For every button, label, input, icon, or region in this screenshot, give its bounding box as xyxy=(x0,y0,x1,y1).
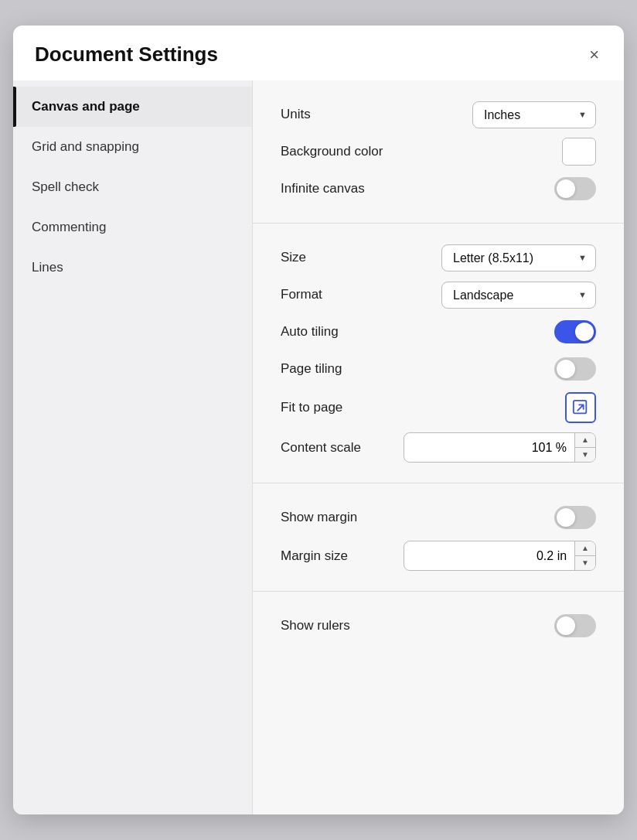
dialog-header: Document Settings × xyxy=(13,26,624,80)
auto-tiling-label: Auto tiling xyxy=(281,324,339,340)
content-scale-up[interactable]: ▲ xyxy=(575,433,595,448)
content-scale-input[interactable] xyxy=(404,435,574,461)
fit-to-page-label: Fit to page xyxy=(281,400,342,415)
content-scale-row: Content scale ▲ ▼ xyxy=(281,428,596,467)
page-tiling-row: Page tiling xyxy=(281,350,596,388)
fit-to-page-button[interactable] xyxy=(565,392,596,423)
svg-rect-0 xyxy=(574,401,587,414)
margin-size-up[interactable]: ▲ xyxy=(575,541,595,556)
margin-size-row: Margin size ▲ ▼ xyxy=(281,536,596,575)
document-settings-dialog: Document Settings × Canvas and page Grid… xyxy=(13,26,624,814)
close-button[interactable]: × xyxy=(586,43,602,67)
background-color-row: Background color xyxy=(281,133,596,170)
show-margin-label: Show margin xyxy=(281,510,357,525)
margin-size-buttons: ▲ ▼ xyxy=(574,541,595,570)
canvas-section: Units Inches Centimeters Pixels Points B… xyxy=(253,80,624,224)
format-label: Format xyxy=(281,287,322,302)
units-select-wrapper: Inches Centimeters Pixels Points xyxy=(472,101,596,128)
margin-size-input[interactable] xyxy=(404,543,574,569)
units-row: Units Inches Centimeters Pixels Points xyxy=(281,96,596,133)
auto-tiling-toggle[interactable] xyxy=(554,320,596,343)
size-row: Size Letter (8.5x11) A4 A3 Legal Custom xyxy=(281,239,596,276)
show-margin-toggle[interactable] xyxy=(554,506,596,529)
show-margin-row: Show margin xyxy=(281,499,596,536)
infinite-canvas-row: Infinite canvas xyxy=(281,170,596,207)
background-color-label: Background color xyxy=(281,144,383,159)
size-select-wrapper: Letter (8.5x11) A4 A3 Legal Custom xyxy=(441,244,596,271)
margin-size-spinner: ▲ ▼ xyxy=(404,541,596,571)
dialog-title: Document Settings xyxy=(35,43,218,67)
content-scale-label: Content scale xyxy=(281,440,361,456)
content-scale-spinner: ▲ ▼ xyxy=(404,432,596,463)
margin-size-down[interactable]: ▼ xyxy=(575,556,595,570)
page-tiling-label: Page tiling xyxy=(281,361,342,377)
margin-size-label: Margin size xyxy=(281,548,348,564)
page-section: Size Letter (8.5x11) A4 A3 Legal Custom … xyxy=(253,224,624,483)
size-select[interactable]: Letter (8.5x11) A4 A3 Legal Custom xyxy=(441,244,596,271)
show-rulers-toggle[interactable] xyxy=(554,614,596,637)
sidebar-item-canvas-page[interactable]: Canvas and page xyxy=(13,87,252,127)
format-select[interactable]: Landscape Portrait xyxy=(441,282,596,309)
size-label: Size xyxy=(281,250,306,265)
units-select[interactable]: Inches Centimeters Pixels Points xyxy=(472,101,596,128)
auto-tiling-row: Auto tiling xyxy=(281,313,596,350)
rulers-section: Show rulers xyxy=(253,592,624,685)
main-content: Units Inches Centimeters Pixels Points B… xyxy=(253,80,624,814)
dialog-body: Canvas and page Grid and snapping Spell … xyxy=(13,80,624,814)
margin-section: Show margin Margin size ▲ ▼ xyxy=(253,483,624,592)
sidebar: Canvas and page Grid and snapping Spell … xyxy=(13,80,253,814)
sidebar-item-commenting[interactable]: Commenting xyxy=(13,207,252,248)
fit-to-page-row: Fit to page xyxy=(281,388,596,428)
sidebar-item-grid-snapping[interactable]: Grid and snapping xyxy=(13,127,252,167)
content-scale-buttons: ▲ ▼ xyxy=(574,433,595,462)
page-tiling-toggle[interactable] xyxy=(554,357,596,381)
format-select-wrapper: Landscape Portrait xyxy=(441,282,596,309)
infinite-canvas-label: Infinite canvas xyxy=(281,181,365,196)
sidebar-item-lines[interactable]: Lines xyxy=(13,248,252,288)
show-rulers-row: Show rulers xyxy=(281,607,596,644)
units-label: Units xyxy=(281,107,311,122)
background-color-swatch[interactable] xyxy=(562,138,596,166)
show-rulers-label: Show rulers xyxy=(281,618,350,633)
infinite-canvas-toggle[interactable] xyxy=(554,177,596,200)
sidebar-item-spell-check[interactable]: Spell check xyxy=(13,167,252,207)
content-scale-down[interactable]: ▼ xyxy=(575,448,595,462)
format-row: Format Landscape Portrait xyxy=(281,276,596,313)
fit-to-page-icon xyxy=(572,399,589,416)
